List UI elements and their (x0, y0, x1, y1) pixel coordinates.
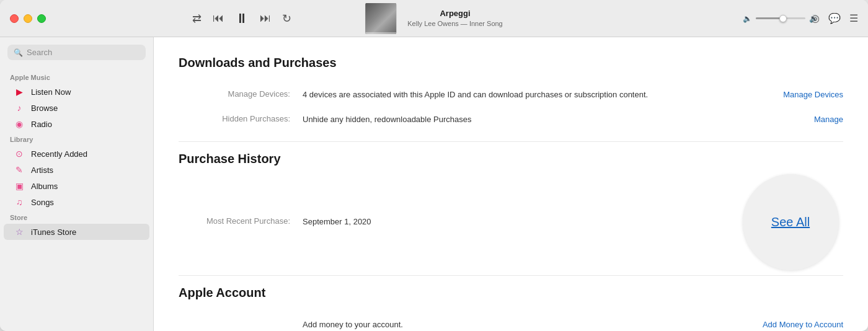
listen-now-icon: ▶ (14, 87, 25, 97)
purchase-history-title: Purchase History (179, 152, 843, 166)
sidebar-label-listen-now: Listen Now (31, 87, 71, 97)
volume-thumb[interactable] (779, 15, 787, 22)
purchase-history-content-area: Most Recent Purchase: September 1, 2020 (179, 210, 738, 234)
search-input[interactable]: Search (27, 48, 140, 57)
sidebar-item-itunes-store[interactable]: ☆ iTunes Store (4, 224, 149, 240)
queue-icon[interactable]: ☰ (849, 12, 858, 24)
track-info: Arpeggi Kelly Lee Owens — Inner Song (402, 9, 502, 28)
most-recent-purchase-row: Most Recent Purchase: September 1, 2020 (179, 210, 738, 234)
volume-low-icon: 🔈 (743, 14, 752, 23)
manage-hidden-action: Manage (802, 113, 843, 125)
most-recent-label: Most Recent Purchase: (179, 216, 303, 226)
see-all-circle: See All (743, 174, 839, 270)
add-money-content: Add money to your account. (303, 319, 750, 331)
manage-hidden-link[interactable]: Manage (814, 115, 843, 124)
airplay-icon[interactable]: ◎ (811, 12, 820, 24)
hidden-purchases-label: Hidden Purchases: (179, 113, 303, 123)
sidebar-label-artists: Artists (31, 166, 53, 175)
add-money-row: Add money to your account. Add Money to … (179, 312, 843, 331)
sidebar-item-browse[interactable]: ♪ Browse (4, 100, 149, 116)
itunes-store-icon: ☆ (14, 227, 25, 237)
divider-1 (179, 141, 843, 142)
purchase-history-section: Purchase History Most Recent Purchase: S… (179, 152, 843, 265)
repeat-button[interactable]: ↻ (282, 12, 291, 25)
see-all-container: See All (738, 179, 843, 265)
radio-icon: ◉ (14, 119, 25, 129)
sidebar-item-recently-added[interactable]: ⊙ Recently Added (4, 146, 149, 162)
sidebar-item-artists[interactable]: ✎ Artists (4, 162, 149, 178)
add-money-label (179, 319, 303, 319)
sidebar-label-songs: Songs (31, 198, 54, 207)
add-money-link[interactable]: Add Money to Account (763, 320, 843, 329)
manage-devices-row: Manage Devices: 4 devices are associated… (179, 82, 843, 107)
sidebar-label-recently-added: Recently Added (31, 149, 87, 159)
app-window: ⇄ ⏮ ⏸ ⏭ ↻ Arpeggi Kelly Lee Owens — Inne… (0, 0, 868, 331)
sidebar: 🔍 Search Apple Music ▶ Listen Now ♪ Brow… (0, 37, 154, 331)
section-header-store: Store (0, 210, 153, 224)
section-header-apple-music: Apple Music (0, 70, 153, 84)
artists-icon: ✎ (14, 165, 25, 175)
next-button[interactable]: ⏭ (260, 12, 271, 25)
albums-icon: ▣ (14, 181, 25, 191)
pause-button[interactable]: ⏸ (235, 11, 249, 27)
track-title: Arpeggi (407, 9, 502, 19)
apple-account-title: Apple Account (179, 286, 843, 300)
search-bar[interactable]: 🔍 Search (7, 45, 146, 60)
most-recent-content: September 1, 2020 (303, 216, 738, 228)
sidebar-item-albums[interactable]: ▣ Albums (4, 178, 149, 194)
now-playing: Arpeggi Kelly Lee Owens — Inner Song (365, 3, 502, 34)
right-icons: ◎ 💬 ☰ (811, 12, 858, 24)
recently-added-icon: ⊙ (14, 149, 25, 159)
search-icon: 🔍 (14, 48, 23, 57)
sidebar-label-itunes-store: iTunes Store (31, 227, 76, 237)
minimize-button[interactable] (24, 14, 32, 23)
player-controls: ⇄ ⏮ ⏸ ⏭ ↻ (155, 11, 291, 27)
see-all-link[interactable]: See All (771, 215, 810, 229)
album-art (365, 3, 396, 34)
volume-controls: 🔈 🔊 (743, 14, 818, 23)
lyrics-icon[interactable]: 💬 (828, 12, 841, 24)
volume-slider[interactable] (756, 17, 805, 19)
manage-devices-action: Manage Devices (771, 89, 843, 100)
main-area: 🔍 Search Apple Music ▶ Listen Now ♪ Brow… (0, 37, 868, 331)
shuffle-button[interactable]: ⇄ (192, 12, 202, 25)
previous-button[interactable]: ⏮ (213, 12, 224, 25)
divider-2 (179, 275, 843, 276)
sidebar-label-radio: Radio (31, 120, 52, 129)
purchase-history-row-wrapper: Most Recent Purchase: September 1, 2020 … (179, 179, 843, 265)
sidebar-item-radio[interactable]: ◉ Radio (4, 116, 149, 132)
hidden-purchases-content: Unhide any hidden, redownloadable Purcha… (303, 113, 802, 126)
close-button[interactable] (10, 14, 19, 23)
sidebar-label-albums: Albums (31, 182, 58, 191)
manage-devices-content: 4 devices are associated with this Apple… (303, 89, 771, 101)
section-header-library: Library (0, 132, 153, 146)
hidden-purchases-row: Hidden Purchases: Unhide any hidden, red… (179, 107, 843, 132)
album-art-image (365, 3, 396, 34)
traffic-lights (0, 14, 155, 23)
manage-devices-link[interactable]: Manage Devices (783, 90, 843, 99)
sidebar-label-browse: Browse (31, 104, 58, 113)
sidebar-item-songs[interactable]: ♫ Songs (4, 194, 149, 210)
content-area: Downloads and Purchases Manage Devices: … (154, 37, 868, 331)
manage-devices-label: Manage Devices: (179, 89, 303, 99)
browse-icon: ♪ (14, 103, 25, 113)
songs-icon: ♫ (14, 197, 25, 207)
track-subtitle: Kelly Lee Owens — Inner Song (407, 19, 502, 28)
sidebar-item-listen-now[interactable]: ▶ Listen Now (4, 84, 149, 100)
titlebar: ⇄ ⏮ ⏸ ⏭ ↻ Arpeggi Kelly Lee Owens — Inne… (0, 0, 868, 37)
maximize-button[interactable] (37, 14, 46, 23)
downloads-section-title: Downloads and Purchases (179, 56, 843, 70)
add-money-action: Add Money to Account (750, 319, 843, 330)
